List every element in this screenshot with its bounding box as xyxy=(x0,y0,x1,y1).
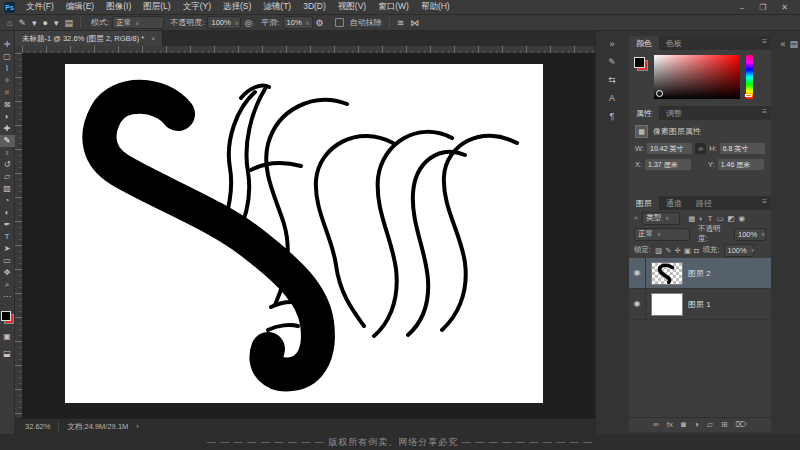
path-selection-tool[interactable]: ➤ xyxy=(0,243,15,255)
eyedropper-tool[interactable]: ◗ xyxy=(0,111,15,123)
layer-row-1[interactable]: ◉ 图层 1 xyxy=(629,289,771,320)
zoom-tool[interactable]: ⌕ xyxy=(0,279,15,291)
lock-transparency-icon[interactable]: ▨ xyxy=(655,246,662,255)
opacity-select[interactable]: 100% xyxy=(207,16,241,29)
x-field[interactable]: 1.37 厘米 xyxy=(645,159,691,170)
filter-adjustment-icon[interactable]: ◐ xyxy=(699,214,704,223)
collapse-right-dock-icon[interactable]: « xyxy=(780,39,785,49)
tab-color[interactable]: 颜色 xyxy=(629,36,659,50)
tab-layers[interactable]: 图层 xyxy=(629,196,659,210)
mode-select[interactable]: 正常 xyxy=(112,16,164,29)
home-icon[interactable]: ⌂ xyxy=(4,15,15,31)
healing-brush-tool[interactable]: ✚ xyxy=(0,123,15,135)
preset-arrow-icon[interactable]: ▾ xyxy=(29,15,40,31)
frame-tool[interactable]: ⊠ xyxy=(0,99,15,111)
screen-mode-icon[interactable]: ⬓ xyxy=(3,349,11,358)
pen-tool[interactable]: ✒ xyxy=(0,219,15,231)
filter-smart-object-icon[interactable]: ◩ xyxy=(728,214,735,223)
status-chevron-icon[interactable]: › xyxy=(136,422,139,431)
menu-item-1[interactable]: 编辑(E) xyxy=(60,1,100,13)
type-tool[interactable]: T xyxy=(0,231,15,243)
layer-visibility-icon[interactable]: ◉ xyxy=(629,258,646,288)
color-gradient-picker[interactable] xyxy=(654,55,740,99)
layer-thumbnail[interactable] xyxy=(651,293,683,316)
menu-item-8[interactable]: 视图(V) xyxy=(332,1,372,13)
eraser-tool[interactable]: ▱ xyxy=(0,171,15,183)
symmetry-icon[interactable]: ⋈ xyxy=(407,15,422,31)
menu-item-4[interactable]: 文字(Y) xyxy=(177,1,217,13)
tab-adjustments[interactable]: 调整 xyxy=(659,106,689,120)
new-group-icon[interactable]: ▱ xyxy=(707,420,713,430)
crop-tool[interactable]: ⌗ xyxy=(0,87,15,99)
panel-menu-icon[interactable]: ≡ xyxy=(758,196,771,210)
collapse-dock-icon[interactable]: » xyxy=(609,39,614,49)
brush-preview-icon[interactable]: ● xyxy=(40,15,51,31)
fill-select[interactable]: 100% xyxy=(724,244,754,257)
width-field[interactable]: 10.42 英寸 xyxy=(647,143,692,154)
pencil-tool[interactable]: ✎ xyxy=(0,135,15,147)
zoom-level[interactable]: 32.62% xyxy=(25,422,50,431)
lock-paint-icon[interactable]: ✎ xyxy=(665,246,671,255)
blend-mode-select[interactable]: 正常 xyxy=(634,228,690,241)
paragraph-panel-icon[interactable]: ¶ xyxy=(610,111,615,121)
airbrush-icon[interactable]: ≋ xyxy=(394,15,408,31)
adjustment-layer-icon[interactable]: ◑ xyxy=(694,420,699,430)
lock-artboard-icon[interactable]: ▣ xyxy=(684,246,691,255)
tab-paths[interactable]: 路径 xyxy=(689,196,719,210)
auto-erase-checkbox[interactable] xyxy=(335,18,344,27)
hue-slider[interactable] xyxy=(746,55,753,99)
menu-item-9[interactable]: 窗口(W) xyxy=(372,1,415,13)
tab-properties[interactable]: 属性 xyxy=(629,106,659,120)
link-layers-icon[interactable]: ∞ xyxy=(653,420,659,430)
move-tool[interactable]: ✛ xyxy=(0,39,15,51)
quick-mask-icon[interactable]: ▣ xyxy=(3,332,11,341)
character-panel-icon[interactable]: A xyxy=(609,93,615,103)
add-layer-mask-icon[interactable]: ◙ xyxy=(681,420,686,430)
pressure-opacity-icon[interactable]: ◎ xyxy=(241,15,255,31)
filter-type-icon[interactable]: T xyxy=(708,214,713,223)
dodge-tool[interactable]: ◐ xyxy=(0,207,15,219)
smoothing-select[interactable]: 10% xyxy=(283,16,313,29)
shape-tool[interactable]: ▭ xyxy=(0,255,15,267)
minimize-button[interactable]: – xyxy=(740,3,744,12)
tab-swatches[interactable]: 色板 xyxy=(659,36,689,50)
tab-channels[interactable]: 通道 xyxy=(659,196,689,210)
canvas-pasteboard[interactable] xyxy=(22,53,595,418)
document-tab[interactable]: 未标题-1 @ 32.6% (图层 2, RGB/8) * × xyxy=(15,31,163,46)
constrain-link-icon[interactable]: ∞ xyxy=(695,143,706,154)
edit-toolbar-icon[interactable]: ⋯ xyxy=(0,291,15,303)
menu-item-10[interactable]: 帮助(H) xyxy=(415,1,456,13)
color-picker-marker[interactable] xyxy=(656,90,663,97)
marquee-tool[interactable]: ▢ xyxy=(0,51,15,63)
menu-item-7[interactable]: 3D(D) xyxy=(297,1,332,13)
lasso-tool[interactable]: ⌇ xyxy=(0,63,15,75)
layer-row-2[interactable]: ◉ 图层 2 xyxy=(629,258,771,289)
tab-close-icon[interactable]: × xyxy=(151,35,155,42)
foreground-color-swatch[interactable] xyxy=(1,311,11,321)
panel-foreground-swatch[interactable] xyxy=(634,57,645,68)
layer-thumbnail[interactable] xyxy=(651,262,683,285)
layer-style-icon[interactable]: fx xyxy=(667,420,673,430)
hand-tool[interactable]: ✥ xyxy=(0,267,15,279)
smoothing-gear-icon[interactable]: ⚙ xyxy=(313,15,327,31)
libraries-panel-icon[interactable]: ▤ xyxy=(789,39,798,49)
delete-layer-icon[interactable]: ⌦ xyxy=(736,420,747,430)
close-button[interactable]: ✕ xyxy=(781,3,788,12)
history-brush-tool[interactable]: ↺ xyxy=(0,159,15,171)
y-field[interactable]: 1.46 厘米 xyxy=(718,159,764,170)
menu-item-5[interactable]: 选择(S) xyxy=(217,1,257,13)
artboard[interactable] xyxy=(65,64,543,403)
filter-pin-icon[interactable]: ◉ xyxy=(739,214,746,223)
pencil-tool-preset-icon[interactable]: ✎ xyxy=(15,15,29,31)
filter-type-select[interactable]: 类型 xyxy=(642,212,680,225)
panel-menu-icon[interactable]: ≡ xyxy=(758,106,771,120)
filter-shape-icon[interactable]: ▭ xyxy=(716,214,723,223)
clone-stamp-tool[interactable]: ♁ xyxy=(0,147,15,159)
quick-selection-tool[interactable]: ✧ xyxy=(0,75,15,87)
new-layer-icon[interactable]: ⊞ xyxy=(721,420,728,430)
menu-item-3[interactable]: 图层(L) xyxy=(137,1,176,13)
layer-visibility-icon[interactable]: ◉ xyxy=(629,289,646,319)
hue-slider-marker[interactable] xyxy=(745,94,752,97)
gradient-tool[interactable]: ▨ xyxy=(0,183,15,195)
menu-item-0[interactable]: 文件(F) xyxy=(20,1,60,13)
